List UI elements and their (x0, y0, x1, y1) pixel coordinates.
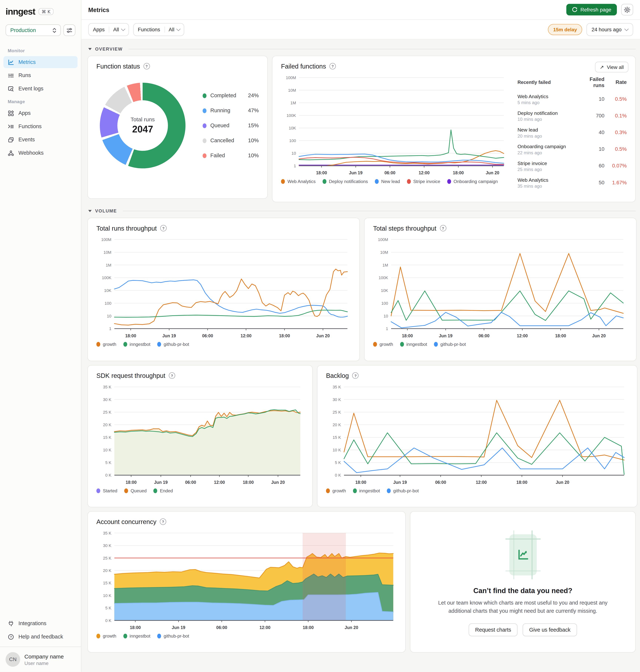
card-title: Failed functions (281, 62, 326, 70)
command-k-shortcut[interactable]: ⌘ K (39, 8, 53, 15)
sidebar-item-help[interactable]: ? Help and feedback (3, 631, 77, 643)
svg-text:Jun 20: Jun 20 (316, 333, 330, 338)
legend-dot (400, 342, 404, 346)
svg-text:10: 10 (107, 314, 111, 318)
environment-value: Production (10, 27, 36, 33)
svg-text:12:00: 12:00 (259, 625, 271, 630)
view-all-button[interactable]: ↗View all (595, 62, 628, 72)
functions-icon (8, 123, 14, 130)
svg-text:100: 100 (105, 301, 112, 305)
sidebar-item-webhooks[interactable]: Webhooks (3, 147, 77, 159)
legend-dot (157, 633, 161, 638)
section-volume[interactable]: VOLUME (88, 208, 636, 213)
give-feedback-button[interactable]: Give us feedback (523, 623, 577, 636)
table-row[interactable]: Deploy notification10 mins ago7000.1% (518, 108, 627, 124)
sidebar-item-events[interactable]: Events (3, 134, 77, 146)
svg-text:35 K: 35 K (103, 531, 112, 535)
time-range-select[interactable]: 24 hours ago (586, 23, 633, 36)
filter-bar: Apps All Functions All 15m delay 24 hour… (82, 20, 640, 39)
svg-text:10 K: 10 K (103, 593, 112, 598)
svg-text:0 K: 0 K (105, 473, 111, 477)
legend-item: Failed10% (203, 153, 259, 159)
svg-text:18:00: 18:00 (355, 480, 366, 485)
svg-text:1: 1 (294, 163, 296, 168)
svg-text:20 K: 20 K (103, 568, 112, 573)
sidebar-item-apps[interactable]: Apps (3, 107, 77, 119)
card-title: Account concurrency (96, 518, 156, 525)
sidebar-item-runs[interactable]: Runs (3, 70, 77, 82)
inngest-dashboard: inngest ⌘ K Production Monitor Metrics R… (0, 0, 640, 672)
svg-text:1M: 1M (106, 263, 112, 268)
sidebar-footer: Integrations ? Help and feedback (0, 617, 81, 647)
svg-text:35 K: 35 K (103, 385, 112, 389)
svg-text:18:00: 18:00 (555, 333, 566, 338)
sidebar-item-label: Integrations (18, 620, 46, 626)
inngest-logo: inngest (5, 6, 35, 17)
help-icon[interactable]: ? (352, 372, 359, 379)
svg-text:25 K: 25 K (333, 410, 341, 415)
svg-text:10 K: 10 K (333, 448, 341, 452)
help-icon[interactable]: ? (440, 225, 446, 231)
help-icon[interactable]: ? (160, 518, 166, 525)
backlog-card: Backlog? 35 K30 K25 K20 K15 K10 K5 K0 K1… (317, 365, 637, 507)
time-range-value: 24 hours ago (592, 26, 622, 32)
plug-icon (8, 620, 14, 627)
account-menu[interactable]: CN Company name User name (0, 647, 81, 672)
svg-text:18:00: 18:00 (126, 480, 136, 485)
nav-section-monitor: Monitor (8, 48, 77, 53)
table-row[interactable]: Stripe invoice25 mins ago600.07% (518, 158, 627, 174)
sidebar-item-event-logs[interactable]: Event logs (3, 83, 77, 95)
sidebar-item-label: Webhooks (18, 150, 44, 156)
table-row[interactable]: Web Analytics35 mins ago501.67% (518, 174, 627, 191)
svg-text:Jun 19: Jun 19 (162, 333, 176, 338)
svg-text:Jun 19: Jun 19 (439, 333, 452, 338)
help-icon[interactable]: ? (143, 63, 150, 70)
sidebar-item-integrations[interactable]: Integrations (3, 617, 77, 630)
chevron-down-icon (624, 27, 629, 31)
legend-dot (281, 179, 285, 184)
section-overview[interactable]: OVERVIEW (88, 46, 636, 52)
help-circle-icon: ? (8, 634, 14, 640)
environment-filter-button[interactable] (63, 25, 75, 36)
help-icon[interactable]: ? (160, 225, 167, 231)
svg-text:18:00: 18:00 (517, 480, 527, 485)
settings-button[interactable] (621, 4, 633, 15)
svg-text:100M: 100M (101, 237, 111, 242)
help-icon[interactable]: ? (330, 63, 336, 70)
table-row[interactable]: New lead20 mins ago400.3% (518, 124, 627, 141)
function-status-donut: Total runs 2047 (100, 83, 186, 168)
sidebar: inngest ⌘ K Production Monitor Metrics R… (0, 0, 82, 672)
legend-dot (447, 179, 451, 184)
webhooks-icon (8, 150, 14, 156)
svg-text:10: 10 (291, 151, 296, 156)
feedback-body: Let our team know which charts are most … (428, 599, 617, 616)
legend-item: Cancelled10% (203, 138, 259, 144)
nav-section-manage: Manage (8, 99, 77, 104)
legend-dot (203, 123, 206, 128)
section-label: OVERVIEW (95, 46, 123, 52)
legend-dot (326, 488, 330, 493)
svg-text:100: 100 (289, 138, 296, 143)
apps-filter[interactable]: Apps All (88, 23, 129, 36)
svg-text:18:00: 18:00 (130, 625, 141, 630)
svg-text:12:00: 12:00 (419, 170, 430, 175)
sidebar-item-metrics[interactable]: Metrics (3, 56, 77, 68)
card-title: SDK request throughput (96, 372, 165, 379)
donut-center-label: Total runs (131, 116, 155, 123)
legend-dot (407, 179, 411, 184)
sidebar-item-functions[interactable]: Functions (3, 120, 77, 132)
refresh-page-button[interactable]: Refresh page (566, 4, 617, 15)
request-charts-button[interactable]: Request charts (469, 623, 518, 636)
table-row[interactable]: Onboarding campaign22 mins ago100.5% (518, 141, 627, 158)
environment-select[interactable]: Production (5, 25, 61, 36)
collapse-triangle-icon (88, 48, 92, 50)
svg-text:100K: 100K (287, 113, 296, 118)
chart-legend: growth inngestbot github-pr-bot (326, 488, 628, 493)
help-icon[interactable]: ? (169, 372, 175, 379)
svg-text:Jun 19: Jun 19 (349, 170, 362, 175)
chart-legend: growth inngestbot github-pr-bot (373, 342, 628, 347)
svg-text:18:00: 18:00 (402, 333, 413, 338)
functions-filter[interactable]: Functions All (133, 23, 184, 36)
table-row[interactable]: Web Analytics5 mins ago100.5% (518, 91, 627, 108)
svg-text:18:00: 18:00 (303, 625, 314, 630)
